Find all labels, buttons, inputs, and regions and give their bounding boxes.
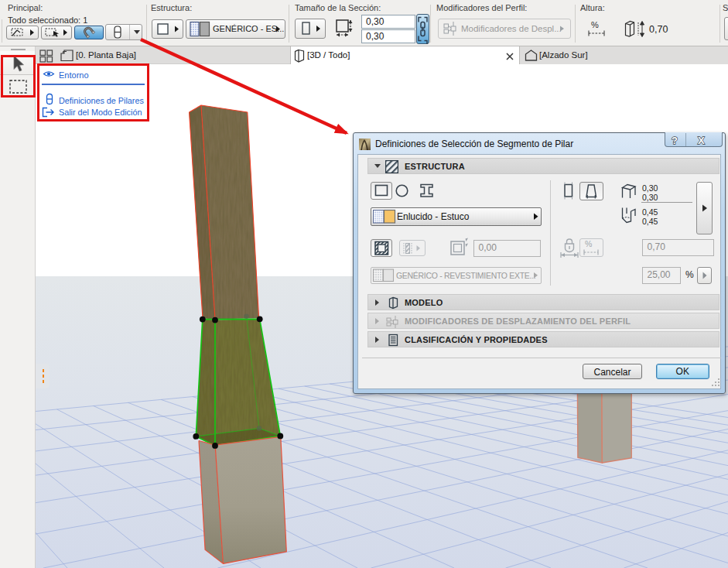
- svg-text:%: %: [585, 239, 592, 248]
- svg-text:%: %: [591, 20, 599, 29]
- svg-text:X: X: [698, 135, 705, 146]
- svg-text:?: ?: [672, 135, 678, 146]
